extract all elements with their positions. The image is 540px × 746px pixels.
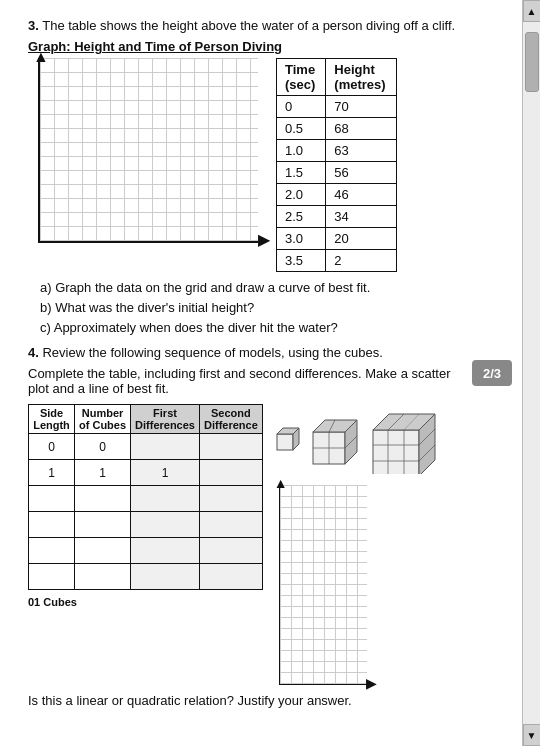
first-diff-cell — [131, 538, 200, 564]
scrollbar-thumb[interactable] — [525, 32, 539, 92]
time-cell: 1.0 — [277, 140, 326, 162]
sub-question-b: b) What was the diver's initial height? — [40, 300, 512, 315]
second-diff-cell — [199, 486, 262, 512]
cubes-diff-cell: 0 — [75, 434, 131, 460]
height-cell: 68 — [326, 118, 396, 140]
cubes-svg — [275, 404, 445, 474]
cubes-diff-cell — [75, 538, 131, 564]
right-side: ▲ ▶ — [275, 404, 445, 685]
second-diff-cell — [199, 538, 262, 564]
time-cell: 0.5 — [277, 118, 326, 140]
q4-number: 4. — [28, 345, 39, 360]
first-diff-cell: 1 — [131, 460, 200, 486]
side-diff-cell — [29, 512, 75, 538]
height-cell: 2 — [326, 250, 396, 272]
scrollbar-up-button[interactable]: ▲ — [523, 0, 541, 22]
q3-number: 3. — [28, 18, 39, 33]
time-cell: 2.5 — [277, 206, 326, 228]
scatter-plot-container: ▲ ▶ — [275, 485, 367, 685]
scrollbar-down-button[interactable]: ▼ — [523, 724, 541, 746]
first-diff-cell — [131, 564, 200, 590]
cubes-diff-cell: 1 — [75, 460, 131, 486]
q4-content: SideLength Numberof Cubes FirstDifferenc… — [28, 404, 512, 685]
height-header: Height(metres) — [326, 59, 396, 96]
height-cell: 70 — [326, 96, 396, 118]
second-diff-cell — [199, 564, 262, 590]
question-4: 4. Review the following sequence of mode… — [28, 345, 512, 708]
side-diff-cell: 1 — [29, 460, 75, 486]
side-length-header: SideLength — [29, 405, 75, 434]
cubes-illustration — [275, 404, 445, 477]
graph-container: ▲ ▶ — [28, 58, 258, 243]
sub-question-a: a) Graph the data on the grid and draw a… — [40, 280, 512, 295]
y-axis-arrow: ▲ — [33, 48, 49, 66]
scatter-plot: ▲ ▶ — [279, 485, 367, 685]
q4-text: 4. Review the following sequence of mode… — [28, 345, 512, 360]
svg-rect-0 — [277, 434, 293, 450]
side-diff-cell — [29, 564, 75, 590]
diff-table-area: SideLength Numberof Cubes FirstDifferenc… — [28, 404, 263, 608]
second-diff-cell — [199, 460, 262, 486]
data-table: Time(sec) Height(metres) 0700.5681.0631.… — [276, 58, 397, 272]
first-diff-cell — [131, 486, 200, 512]
cubes-diff-cell — [75, 512, 131, 538]
height-cell: 46 — [326, 184, 396, 206]
side-diff-cell — [29, 538, 75, 564]
first-diff-header: FirstDifferences — [131, 405, 200, 434]
q4-description: Review the following sequence of models,… — [42, 345, 382, 360]
q3-description: The table shows the height above the wat… — [42, 18, 455, 33]
second-diff-cell — [199, 434, 262, 460]
cubes-diff-cell — [75, 564, 131, 590]
time-cell: 2.0 — [277, 184, 326, 206]
first-diff-cell — [131, 512, 200, 538]
q3-text: 3. The table shows the height above the … — [28, 18, 512, 33]
data-table-container: Time(sec) Height(metres) 0700.5681.0631.… — [276, 58, 397, 272]
cubes-label: 01 Cubes — [28, 596, 263, 608]
side-diff-cell — [29, 486, 75, 512]
scatter-y-arrow: ▲ — [274, 475, 288, 491]
num-cubes-header: Numberof Cubes — [75, 405, 131, 434]
cubes-diff-cell — [75, 486, 131, 512]
side-diff-cell: 0 — [29, 434, 75, 460]
first-diff-cell — [131, 434, 200, 460]
x-axis-arrow: ▶ — [258, 230, 270, 249]
second-diff-header: SecondDifference — [199, 405, 262, 434]
height-cell: 63 — [326, 140, 396, 162]
page-badge: 2/3 — [472, 360, 512, 386]
q4-desc: Complete the table, including first and … — [28, 366, 512, 396]
sub-question-c: c) Approximately when does the diver hit… — [40, 320, 512, 335]
scatter-x-arrow: ▶ — [366, 675, 377, 691]
graph-grid: ▲ ▶ — [38, 58, 258, 243]
svg-rect-10 — [373, 430, 419, 474]
scrollbar-track — [523, 22, 540, 724]
second-diff-cell — [199, 512, 262, 538]
height-cell: 20 — [326, 228, 396, 250]
linear-question: Is this a linear or quadratic relation? … — [28, 693, 512, 708]
question-3: 3. The table shows the height above the … — [28, 18, 512, 335]
scrollbar[interactable]: ▲ ▼ — [522, 0, 540, 746]
time-cell: 0 — [277, 96, 326, 118]
time-cell: 3.5 — [277, 250, 326, 272]
graph-section: ▲ ▶ Time(sec) Height(metres) 0700.5681.0… — [28, 58, 512, 272]
height-cell: 34 — [326, 206, 396, 228]
time-cell: 1.5 — [277, 162, 326, 184]
diff-table: SideLength Numberof Cubes FirstDifferenc… — [28, 404, 263, 590]
time-header: Time(sec) — [277, 59, 326, 96]
height-cell: 56 — [326, 162, 396, 184]
time-cell: 3.0 — [277, 228, 326, 250]
graph-title: Graph: Height and Time of Person Diving — [28, 39, 512, 54]
